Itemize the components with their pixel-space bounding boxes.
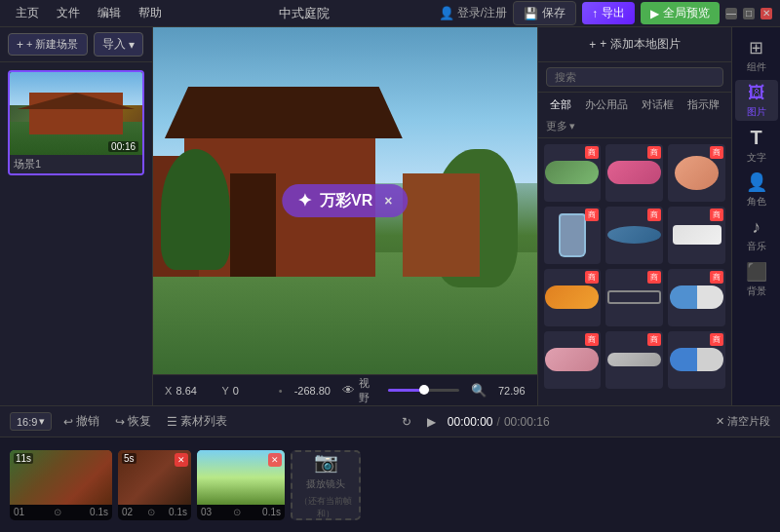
timeline-tracks[interactable]: 01 ⊙ 0.1s 11s ✕ 02 ⊙ 0.1s 5s ✕ — [0, 437, 780, 532]
menu-home[interactable]: 主页 — [8, 3, 47, 23]
filter-tab-all[interactable]: 全部 — [546, 96, 575, 113]
x-coord: X 8.64 — [165, 385, 210, 397]
sticker-shape-ellipse — [607, 226, 661, 244]
filter-tab-office[interactable]: 办公用品 — [581, 96, 632, 113]
add-local-label: + 添加本地图片 — [600, 36, 680, 53]
clip-3[interactable]: ✕ 03 ⊙ 0.1s — [197, 450, 285, 520]
y-value: 0 — [233, 385, 267, 397]
clip-2-time: 5s — [122, 453, 136, 464]
sticker-item-11[interactable]: 商 — [605, 331, 663, 389]
import-button[interactable]: 导入 ▾ — [94, 32, 143, 57]
right-top-bar: + + 添加本地图片 — [538, 27, 732, 62]
fov-slider[interactable] — [388, 389, 459, 392]
maximize-button[interactable]: □ — [743, 8, 755, 19]
left-toolbar: + + 新建场景 导入 ▾ — [0, 27, 152, 62]
sticker-item-4[interactable]: 商 — [544, 207, 602, 264]
sticker-shape-oval — [675, 156, 719, 190]
add-clip-button[interactable]: 📷 摄放镜头 （还有当前帧和） — [291, 450, 361, 520]
close-button[interactable]: ✕ — [760, 8, 772, 19]
redo-button[interactable]: ↪ 恢复 — [111, 411, 155, 432]
sidebar-icon-components[interactable]: ⊞ 组件 — [735, 35, 778, 76]
menu-bar: 主页 文件 编辑 帮助 中式庭院 👤 登录/注册 💾 保存 ↑ 导出 ▶ 全局预… — [0, 0, 780, 27]
login-button[interactable]: 👤 登录/注册 — [439, 5, 507, 21]
filter-tab-sign[interactable]: 指示牌 — [683, 96, 723, 113]
far-right-sidebar: ⊞ 组件 🖼 图片 T 文字 👤 角色 ♪ 音乐 ⬛ 背景 — [731, 27, 780, 405]
export-button[interactable]: ↑ 导出 — [582, 2, 635, 24]
clear-clips-button[interactable]: ✕ 清空片段 — [716, 414, 770, 429]
sticker-item-10[interactable]: 商 — [544, 331, 602, 389]
sticker-item-5[interactable]: 商 — [605, 207, 663, 264]
play-button[interactable]: ▶ — [423, 413, 440, 431]
text-label: 文字 — [747, 151, 766, 165]
clip-2[interactable]: ✕ 02 ⊙ 0.1s 5s — [118, 450, 191, 520]
sticker-shape-orange — [545, 285, 599, 309]
sticker-badge-3: 商 — [710, 146, 723, 159]
sidebar-icon-background[interactable]: ⬛ 背景 — [735, 259, 778, 300]
scene-label: 场景1 — [10, 155, 142, 173]
main-container: + + 新建场景 导入 ▾ 00:16 场景1 — [0, 27, 780, 405]
menu-help[interactable]: 帮助 — [131, 3, 170, 23]
asset-list-button[interactable]: ☰ 素材列表 — [163, 411, 231, 432]
sticker-item-3[interactable]: 商 — [668, 144, 725, 202]
search-input[interactable] — [546, 67, 724, 87]
login-label: 登录/注册 — [457, 5, 507, 21]
sidebar-icon-text[interactable]: T 文字 — [735, 125, 778, 166]
loop-button[interactable]: ↻ — [398, 413, 415, 431]
slider-fill — [388, 389, 420, 392]
sticker-badge-2: 商 — [647, 146, 661, 159]
filter-more[interactable]: 更多 ▾ — [546, 119, 575, 133]
sticker-badge-12: 商 — [710, 333, 723, 346]
save-icon: 💾 — [524, 7, 538, 20]
add-local-button[interactable]: + + 添加本地图片 — [589, 36, 680, 53]
ratio-button[interactable]: 16:9 ▾ — [10, 412, 52, 431]
clip-3-footer: 03 ⊙ 0.1s — [197, 505, 285, 520]
sticker-shape-cigar — [607, 353, 661, 366]
sticker-item-1[interactable]: 商 — [544, 144, 602, 202]
minimize-button[interactable]: — — [725, 8, 737, 19]
title-text: 中式庭院 — [279, 5, 330, 22]
watermark-close-button[interactable]: × — [384, 193, 392, 209]
sidebar-icon-character[interactable]: 👤 角色 — [735, 170, 778, 210]
menu-left: 主页 文件 编辑 帮助 — [8, 3, 170, 23]
menu-edit[interactable]: 编辑 — [90, 3, 129, 23]
clip-2-delete[interactable]: ✕ — [175, 453, 188, 467]
music-label: 音乐 — [747, 240, 766, 253]
clip-1-time: 11s — [14, 453, 33, 464]
redo-label: 恢复 — [128, 413, 151, 430]
sticker-item-7[interactable]: 商 — [544, 269, 602, 326]
clip-1-num: 01 — [14, 507, 24, 517]
menu-file[interactable]: 文件 — [49, 3, 88, 23]
clip-1[interactable]: 01 ⊙ 0.1s 11s — [10, 450, 112, 520]
clip-2-subduration: 0.1s — [169, 507, 187, 517]
sticker-shape-pill-pink — [607, 161, 661, 184]
undo-label: 撤销 — [76, 413, 99, 430]
sticker-item-12[interactable]: 商 — [668, 331, 725, 389]
clear-label: 清空片段 — [727, 414, 770, 429]
sidebar-icon-music[interactable]: ♪ 音乐 — [735, 214, 778, 255]
undo-button[interactable]: ↩ 撤销 — [59, 411, 103, 432]
view-label: 视野 — [359, 376, 376, 405]
clip-1-footer: 01 ⊙ 0.1s — [10, 505, 112, 520]
watermark-overlay[interactable]: ✦ 万彩VR × — [282, 184, 408, 217]
scene-item-1[interactable]: 00:16 场景1 — [8, 70, 144, 175]
sticker-item-9[interactable]: 商 — [668, 269, 725, 326]
sticker-badge-1: 商 — [585, 146, 599, 159]
sticker-item-8[interactable]: 商 — [605, 269, 663, 326]
sidebar-icon-images[interactable]: 🖼 图片 — [735, 80, 778, 121]
background-icon: ⬛ — [746, 261, 767, 283]
character-label: 角色 — [747, 195, 766, 209]
preview-area[interactable]: ✦ 万彩VR × — [153, 27, 536, 374]
clip-2-num: 02 — [122, 507, 133, 517]
sticker-item-6[interactable]: 商 — [668, 207, 725, 264]
timeline-toolbar: 16:9 ▾ ↩ 撤销 ↪ 恢复 ☰ 素材列表 ↻ ▶ 00:00:00 / 0… — [0, 406, 780, 437]
clip-3-delete[interactable]: ✕ — [268, 453, 282, 467]
preview-button[interactable]: ▶ 全局预览 — [641, 2, 720, 24]
filter-tab-dialog[interactable]: 对话框 — [638, 96, 678, 113]
sticker-item-2[interactable]: 商 — [605, 144, 663, 202]
save-button[interactable]: 💾 保存 — [513, 1, 576, 25]
watermark-label: 万彩VR — [320, 191, 372, 211]
preview-controls: X 8.64 Y 0 • -268.80 👁 视野 🔍 72.96 — [153, 374, 536, 405]
left-panel: + + 新建场景 导入 ▾ 00:16 场景1 — [0, 27, 153, 405]
new-scene-button[interactable]: + + 新建场景 — [8, 33, 88, 56]
components-label: 组件 — [747, 60, 766, 74]
